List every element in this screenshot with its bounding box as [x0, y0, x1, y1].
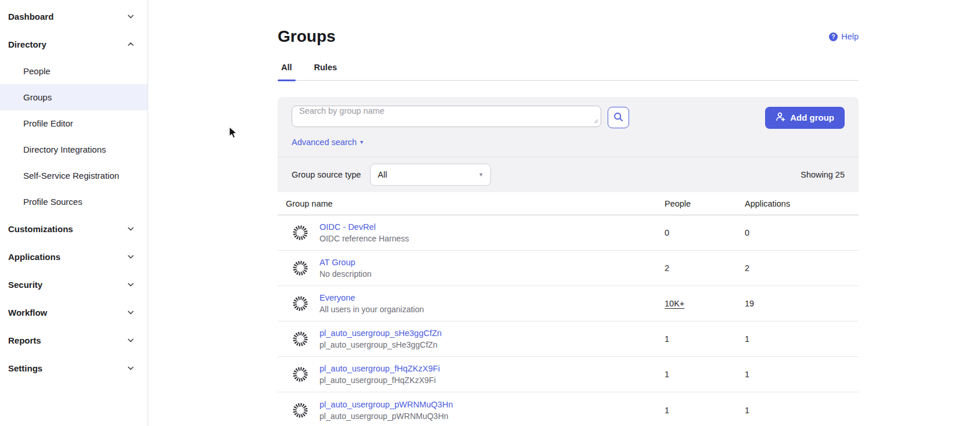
group-icon [292, 366, 309, 383]
tab-label: All [281, 63, 292, 72]
group-search-input[interactable] [292, 106, 601, 127]
sidebar-sub-label: Directory Integrations [23, 145, 106, 154]
table-header: Group name People Applications [278, 192, 859, 215]
sidebar-item-profile-editor[interactable]: Profile Editor [0, 110, 148, 136]
column-header-group-name: Group name [286, 199, 665, 208]
table-row: OIDC - DevRel OIDC reference Harness 0 0 [278, 215, 859, 251]
applications-count: 2 [745, 263, 749, 273]
select-value: All [378, 170, 387, 179]
group-name-link[interactable]: pl_auto_usergroup_fHqZKzX9Fi [320, 364, 440, 373]
sidebar-sub-label: Groups [23, 92, 52, 102]
chevron-down-icon [127, 252, 135, 261]
search-button[interactable] [608, 107, 629, 128]
chevron-down-icon [127, 336, 135, 344]
applications-count: 1 [745, 406, 749, 415]
groups-table: Group name People Applications OIDC - De… [278, 192, 859, 426]
table-row: pl_auto_usergroup_pWRNMuQ3Hn pl_auto_use… [278, 392, 859, 426]
people-count: 1 [665, 406, 745, 415]
sidebar-item-dashboard[interactable]: Dashboard [0, 2, 148, 30]
groups-admin-page: Dashboard Directory People Groups Profil… [0, 0, 980, 426]
group-description: No description [320, 269, 372, 279]
sidebar-item-directory-integrations[interactable]: Directory Integrations [0, 136, 148, 163]
column-header-applications: Applications [745, 199, 790, 208]
sidebar: Dashboard Directory People Groups Profil… [0, 0, 148, 426]
sidebar-item-security[interactable]: Security [0, 270, 148, 298]
group-icon [292, 259, 309, 277]
table-row: AT Group No description 2 2 [278, 251, 859, 286]
group-description: pl_auto_usergroup_pWRNMuQ3Hn [320, 411, 453, 421]
tab-all[interactable]: All [278, 63, 296, 80]
chevron-down-icon [127, 308, 135, 316]
chevron-up-icon [127, 40, 135, 48]
people-count: 0 [665, 228, 745, 237]
sidebar-item-label: Security [8, 280, 42, 290]
tab-label: Rules [314, 63, 338, 72]
sidebar-item-workflow[interactable]: Workflow [0, 298, 148, 326]
tab-rules[interactable]: Rules [311, 63, 341, 80]
sidebar-sub-label: Profile Editor [23, 118, 73, 128]
sidebar-sub-label: Profile Sources [23, 197, 82, 207]
add-group-label: Add group [790, 113, 834, 122]
applications-count: 1 [745, 334, 749, 344]
table-row: pl_auto_usergroup_sHe3ggCfZn pl_auto_use… [278, 322, 859, 357]
sidebar-item-label: Customizations [8, 224, 73, 234]
sidebar-item-applications[interactable]: Applications [0, 243, 148, 270]
sidebar-item-profile-sources[interactable]: Profile Sources [0, 189, 148, 215]
help-link[interactable]: ? Help [829, 32, 859, 41]
sidebar-item-groups[interactable]: Groups [0, 84, 148, 110]
applications-count: 19 [745, 299, 754, 308]
group-description: pl_auto_usergroup_sHe3ggCfZn [320, 340, 441, 349]
people-count: 2 [665, 263, 745, 273]
sidebar-item-label: Applications [8, 252, 60, 262]
group-source-type-select[interactable]: All ▼ [370, 164, 491, 186]
showing-count: Showing 25 [800, 170, 845, 179]
filter-row: Group source type All ▼ Showing 25 [278, 157, 859, 192]
group-icon [292, 330, 309, 348]
search-icon [613, 112, 623, 124]
people-count: 1 [665, 370, 745, 379]
group-name-link[interactable]: OIDC - DevRel [320, 222, 409, 232]
group-name-link[interactable]: pl_auto_usergroup_pWRNMuQ3Hn [320, 400, 453, 409]
chevron-down-icon [127, 225, 135, 233]
applications-count: 1 [745, 370, 749, 379]
applications-count: 0 [745, 228, 749, 237]
search-filter-panel: Add group Advanced search ▾ Group source… [278, 97, 859, 192]
help-label: Help [841, 32, 859, 41]
group-icon [292, 295, 309, 312]
resize-handle-icon[interactable] [593, 115, 598, 126]
table-row: Everyone All users in your organization … [278, 286, 859, 322]
add-group-button[interactable]: Add group [765, 107, 845, 129]
group-description: All users in your organization [320, 305, 424, 314]
main-area: Groups ? Help All Rules [149, 0, 980, 426]
chevron-down-icon [127, 12, 135, 20]
sidebar-item-self-service-registration[interactable]: Self-Service Registration [0, 163, 148, 189]
group-name-link[interactable]: pl_auto_usergroup_sHe3ggCfZn [320, 328, 441, 338]
people-count-link[interactable]: 10K+ [665, 299, 684, 308]
sidebar-sub-label: Self-Service Registration [23, 171, 119, 180]
group-description: OIDC reference Harness [320, 234, 409, 243]
sidebar-item-label: Reports [8, 335, 41, 345]
group-icon [292, 224, 309, 241]
chevron-down-icon [127, 364, 135, 372]
group-icon [292, 402, 309, 419]
sidebar-item-customizations[interactable]: Customizations [0, 215, 148, 243]
group-name-link[interactable]: AT Group [320, 258, 372, 267]
group-description: pl_auto_usergroup_fHqZKzX9Fi [320, 376, 440, 385]
column-header-people: People [665, 199, 745, 208]
group-source-type-label: Group source type [292, 170, 361, 179]
advanced-search-link[interactable]: Advanced search ▾ [292, 138, 363, 147]
table-row: pl_auto_usergroup_fHqZKzX9Fi pl_auto_use… [278, 357, 859, 392]
chevron-down-icon [127, 280, 135, 288]
page-title: Groups [278, 27, 336, 46]
sidebar-item-reports[interactable]: Reports [0, 326, 148, 354]
sidebar-item-people[interactable]: People [0, 58, 148, 84]
question-icon: ? [829, 33, 838, 41]
group-name-link[interactable]: Everyone [320, 293, 424, 302]
caret-down-icon: ▾ [360, 139, 363, 145]
sidebar-item-label: Dashboard [8, 12, 53, 21]
sidebar-sub-label: People [23, 66, 51, 76]
sidebar-item-settings[interactable]: Settings [0, 354, 148, 382]
advanced-search-label: Advanced search [292, 138, 357, 147]
sidebar-item-directory[interactable]: Directory [0, 30, 148, 58]
sidebar-item-label: Settings [8, 363, 42, 373]
